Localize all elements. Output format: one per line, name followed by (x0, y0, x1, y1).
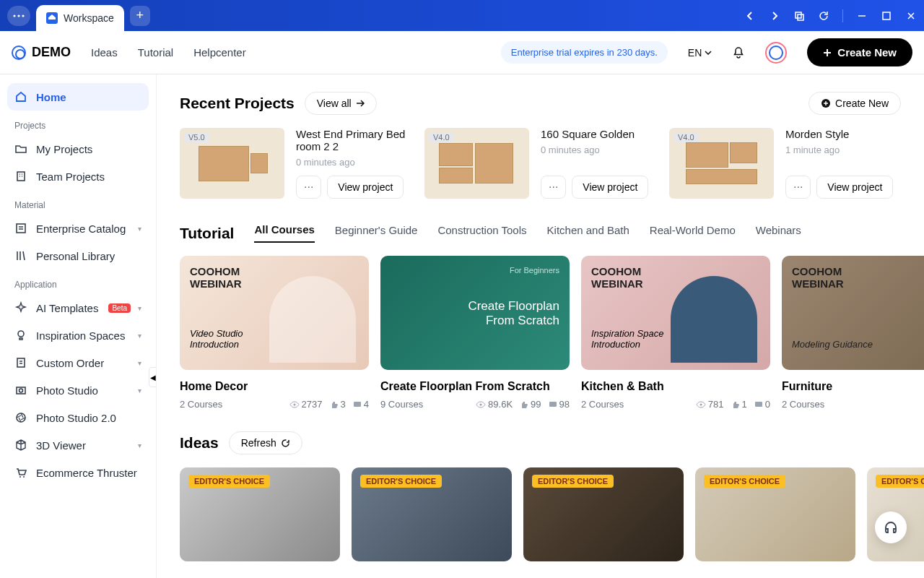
course-card[interactable]: COOHOM WEBINAR Inspiration Space Introdu… (581, 256, 770, 410)
logo-icon (12, 46, 26, 60)
notifications-icon[interactable] (732, 46, 745, 59)
create-new-button[interactable]: Create New (807, 38, 912, 66)
refresh-label: Refresh (241, 437, 276, 449)
idea-card[interactable]: EDITOR'S CHOICE (695, 467, 855, 561)
project-more-button[interactable]: ··· (785, 176, 811, 199)
minimize-icon[interactable] (856, 10, 868, 22)
svg-point-18 (480, 403, 482, 405)
main-content: Recent Projects View all Create New V5.0… (156, 74, 924, 578)
project-title: West End Primary Bed room 2 2 (296, 128, 411, 152)
maximize-icon[interactable] (881, 10, 892, 22)
new-tab-button[interactable]: + (130, 6, 150, 26)
course-title: Home Decor (180, 380, 369, 393)
project-thumbnail: V4.0 (669, 128, 774, 199)
app-menu-button[interactable] (7, 6, 30, 26)
sidebar-item-my-projects[interactable]: My Projects (7, 135, 149, 163)
close-icon[interactable] (905, 10, 917, 22)
sidebar-item-inspiration[interactable]: Inspiration Spaces ▾ (7, 322, 149, 349)
tab-construction-tools[interactable]: Construction Tools (437, 224, 526, 242)
project-time: 1 minute ago (785, 144, 893, 155)
tab-real-world-demo[interactable]: Real-World Demo (650, 224, 736, 242)
project-card[interactable]: V4.0 Morden Style 1 minute ago ··· View … (669, 128, 901, 199)
likes-stat: 1 (731, 399, 747, 410)
editors-choice-badge: EDITOR'S CHOICE (704, 475, 785, 488)
sidebar-item-team-projects[interactable]: Team Projects (7, 163, 149, 190)
course-badge: For Beginners (510, 266, 559, 275)
catalog-icon (14, 222, 27, 235)
sidebar-item-3d-viewer[interactable]: 3D Viewer ▾ (7, 431, 149, 459)
likes-stat: 3 (330, 399, 346, 410)
home-icon (14, 90, 27, 103)
svg-point-0 (13, 14, 15, 17)
sidebar-collapse-button[interactable]: ◀ (149, 367, 156, 387)
view-all-label: View all (317, 98, 352, 109)
sidebar-item-photo-studio-2[interactable]: Photo Studio 2.0 (7, 404, 149, 431)
support-fab[interactable] (875, 512, 907, 543)
course-brand: COOHOM WEBINAR (591, 266, 643, 290)
idea-card[interactable]: EDITOR'S CHOICE (180, 467, 340, 561)
view-all-button[interactable]: View all (305, 92, 377, 115)
sidebar-section-projects: Projects (7, 111, 149, 135)
idea-card[interactable]: EDITOR'S CHOICE (352, 467, 512, 561)
views-stat: 2737 (289, 399, 323, 410)
tab-beginners-guide[interactable]: Beginner's Guide (335, 224, 418, 242)
nav-back-icon[interactable] (744, 10, 756, 22)
nav-forward-icon[interactable] (769, 10, 780, 22)
project-title: 160 Square Golden (541, 128, 648, 140)
titlebar: Workspace + (0, 0, 924, 31)
comments-stat: 0 (754, 399, 770, 410)
nav-helpcenter[interactable]: Helpcenter (193, 46, 246, 59)
sidebar-item-photo-studio[interactable]: Photo Studio ▾ (7, 376, 149, 404)
browser-tab-workspace[interactable]: Workspace (36, 5, 124, 31)
idea-card[interactable]: EDITOR'S CHOICE (523, 467, 684, 561)
chevron-down-icon: ▾ (138, 304, 141, 312)
sidebar-item-custom-order[interactable]: Custom Order ▾ (7, 349, 149, 376)
language-selector[interactable]: EN (688, 47, 712, 59)
sidebar-item-personal-library[interactable]: Personal Library (7, 242, 149, 269)
trial-banner[interactable]: Enterprise trial expires in 230 days. (501, 41, 668, 64)
svg-rect-3 (796, 12, 801, 18)
view-project-button[interactable]: View project (572, 176, 648, 199)
create-label: Create New (835, 98, 889, 109)
course-title: Furniture (782, 380, 924, 393)
logo[interactable]: DEMO (12, 45, 71, 60)
course-card[interactable]: For Beginners Create Floorplan From Scra… (380, 256, 570, 410)
course-thumbnail: COOHOM WEBINAR Modeling Guidance (782, 256, 924, 370)
avatar[interactable] (765, 42, 787, 64)
refresh-icon[interactable] (818, 10, 829, 22)
sidebar-label: Ecommerce Thruster (36, 467, 137, 479)
project-more-button[interactable]: ··· (541, 176, 566, 199)
tab-all-courses[interactable]: All Courses (254, 223, 314, 243)
view-project-button[interactable]: View project (816, 176, 893, 199)
tab-label: Workspace (64, 12, 114, 24)
sidebar-item-ecommerce[interactable]: Ecommerce Thruster (7, 459, 149, 486)
nav-ideas[interactable]: Ideas (91, 46, 118, 59)
sidebar-item-ai-templates[interactable]: AI Templates Beta ▾ (7, 294, 149, 322)
create-new-pill[interactable]: Create New (808, 92, 901, 115)
tab-kitchen-bath[interactable]: Kitchen and Bath (547, 224, 629, 242)
sidebar-label: Team Projects (36, 171, 105, 183)
project-time: 0 minutes ago (541, 144, 648, 155)
course-card[interactable]: COOHOM WEBINAR Modeling Guidance Furnitu… (782, 256, 924, 410)
sidebar-item-enterprise-catalog[interactable]: Enterprise Catalog ▾ (7, 215, 149, 242)
sidebar-item-home[interactable]: Home (7, 83, 149, 111)
lang-label: EN (688, 47, 702, 59)
comment-icon (353, 401, 362, 408)
copy-icon[interactable] (793, 10, 805, 22)
svg-rect-7 (17, 224, 25, 233)
refresh-button[interactable]: Refresh (229, 431, 302, 454)
course-count: 9 Courses (380, 399, 468, 410)
tab-webinars[interactable]: Webinars (756, 224, 801, 242)
sidebar-label: Photo Studio (36, 384, 98, 397)
svg-point-12 (17, 413, 25, 422)
project-thumbnail: V5.0 (180, 128, 284, 199)
project-more-button[interactable]: ··· (296, 176, 321, 199)
courses-list: COOHOM WEBINAR Video Studio Introduction… (180, 256, 916, 410)
project-card[interactable]: V4.0 160 Square Golden 0 minutes ago ···… (424, 128, 656, 199)
project-card[interactable]: V5.0 West End Primary Bed room 2 2 0 min… (180, 128, 411, 199)
view-project-button[interactable]: View project (327, 176, 404, 199)
nav-tutorial[interactable]: Tutorial (138, 46, 173, 59)
chevron-down-icon: ▾ (138, 332, 141, 340)
course-card[interactable]: COOHOM WEBINAR Video Studio Introduction… (180, 256, 369, 410)
sidebar-label: AI Templates (36, 302, 98, 314)
